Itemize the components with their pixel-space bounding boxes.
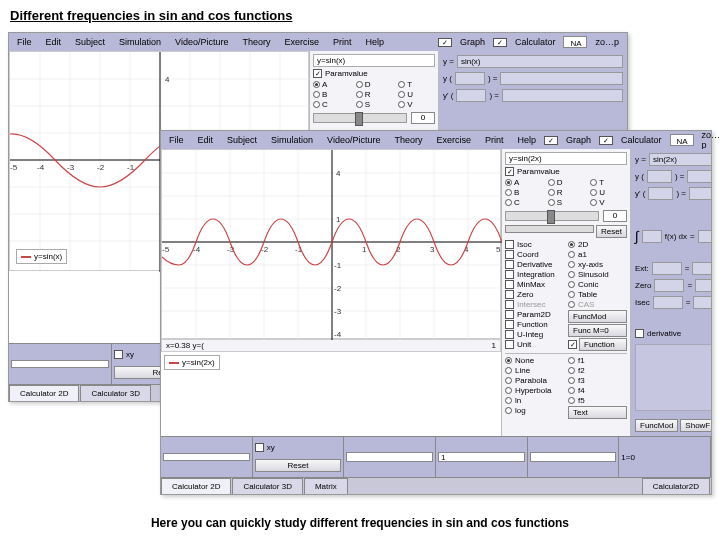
chk-func[interactable]	[505, 320, 514, 329]
rad-f5[interactable]	[568, 397, 575, 404]
reset-btn[interactable]: Reset	[596, 225, 627, 238]
field-a[interactable]	[346, 452, 433, 462]
rad-none[interactable]	[505, 357, 512, 364]
chk-deriv-n[interactable]	[635, 329, 644, 338]
menu-video[interactable]: Video/Picture	[321, 133, 386, 147]
y-at-input[interactable]	[647, 170, 672, 183]
na-field[interactable]: NA	[670, 134, 694, 146]
field-c[interactable]	[530, 452, 617, 462]
rad-f1[interactable]	[568, 357, 575, 364]
rad-line[interactable]	[505, 367, 512, 374]
rad-parab[interactable]	[505, 377, 512, 384]
menu-theory[interactable]: Theory	[388, 133, 428, 147]
menu-simulation[interactable]: Simulation	[113, 35, 167, 49]
zoom-label[interactable]: zo…p	[589, 35, 625, 49]
rad-a[interactable]	[505, 179, 512, 186]
menu-exercise[interactable]: Exercise	[430, 133, 477, 147]
chk-minmax[interactable]	[505, 280, 514, 289]
xy-check[interactable]	[114, 350, 123, 359]
rad-t[interactable]	[398, 81, 405, 88]
rad-u[interactable]	[398, 91, 405, 98]
slider-val[interactable]: 0	[411, 112, 435, 124]
chk-zero[interactable]	[505, 290, 514, 299]
field-b[interactable]: 1	[438, 452, 525, 462]
menu-edit[interactable]: Edit	[192, 133, 220, 147]
xy-check[interactable]	[255, 443, 264, 452]
chk-deriv[interactable]	[505, 260, 514, 269]
zero-in[interactable]	[654, 279, 684, 292]
rad-v[interactable]	[398, 101, 405, 108]
rad-d[interactable]	[548, 179, 555, 186]
yprime-input[interactable]	[648, 187, 673, 200]
rad-b[interactable]	[313, 91, 320, 98]
chk-unit[interactable]	[505, 340, 514, 349]
rad-d[interactable]	[356, 81, 363, 88]
menu-file[interactable]: File	[11, 35, 38, 49]
rad-hyper[interactable]	[505, 387, 512, 394]
graph-check[interactable]: ✓	[438, 38, 452, 47]
btn-function[interactable]: Function	[579, 338, 627, 351]
paramvalue-check[interactable]: ✓	[313, 69, 322, 78]
menu-print[interactable]: Print	[479, 133, 510, 147]
chk-isoc[interactable]	[505, 240, 514, 249]
slider-val[interactable]: 0	[603, 210, 627, 222]
tab-calc2d-r[interactable]: Calculator2D	[642, 478, 710, 494]
tab-calc2d[interactable]: Calculator 2D	[161, 478, 231, 494]
tab-calc3d[interactable]: Calculator 3D	[80, 385, 150, 401]
btn-showf[interactable]: ShowF	[680, 419, 711, 432]
tab-matrix[interactable]: Matrix	[304, 478, 348, 494]
scroll-l[interactable]	[505, 225, 594, 233]
menu-help[interactable]: Help	[360, 35, 391, 49]
rad-f3[interactable]	[568, 377, 575, 384]
menu-edit[interactable]: Edit	[40, 35, 68, 49]
chk-coord[interactable]	[505, 250, 514, 259]
rad-log[interactable]	[505, 407, 512, 414]
rad-u[interactable]	[590, 189, 597, 196]
menu-subject[interactable]: Subject	[69, 35, 111, 49]
chk-func2[interactable]: ✓	[568, 340, 577, 349]
rad-b[interactable]	[505, 189, 512, 196]
rad-f4[interactable]	[568, 387, 575, 394]
rad-a[interactable]	[313, 81, 320, 88]
rad-a1[interactable]	[568, 251, 575, 258]
y-at-input[interactable]	[455, 72, 485, 85]
int-lo[interactable]	[642, 230, 662, 243]
rad-t[interactable]	[590, 179, 597, 186]
btn-text[interactable]: Text	[568, 406, 627, 419]
menu-simulation[interactable]: Simulation	[265, 133, 319, 147]
tab-calc2d[interactable]: Calculator 2D	[9, 385, 79, 401]
menu-help[interactable]: Help	[512, 133, 543, 147]
graph-check[interactable]: ✓	[544, 136, 558, 145]
menu-print[interactable]: Print	[327, 35, 358, 49]
param-slider[interactable]	[505, 211, 599, 221]
calc-check[interactable]: ✓	[599, 136, 613, 145]
rad-ln[interactable]	[505, 397, 512, 404]
rad-sinus[interactable]	[568, 271, 575, 278]
btn-funcm0[interactable]: Func M=0	[568, 324, 627, 337]
ext-in[interactable]	[652, 262, 682, 275]
y-eq-input[interactable]: sin(x)	[457, 55, 623, 68]
reset-button[interactable]: Reset	[255, 459, 342, 472]
param-slider[interactable]	[313, 113, 407, 123]
menu-theory[interactable]: Theory	[236, 35, 276, 49]
menu-subject[interactable]: Subject	[221, 133, 263, 147]
yprime-input[interactable]	[456, 89, 486, 102]
rad-v[interactable]	[590, 199, 597, 206]
rad-c[interactable]	[313, 101, 320, 108]
menu-file[interactable]: File	[163, 133, 190, 147]
chk-integ[interactable]	[505, 270, 514, 279]
rad-2d[interactable]	[568, 241, 575, 248]
arrow-box[interactable]	[11, 360, 109, 368]
btn-funcmod[interactable]: FuncMod	[635, 419, 678, 432]
rad-s[interactable]	[548, 199, 555, 206]
calc-check[interactable]: ✓	[493, 38, 507, 47]
rad-r[interactable]	[548, 189, 555, 196]
arrow-box[interactable]	[163, 453, 250, 461]
isec-in[interactable]	[653, 296, 683, 309]
menu-video[interactable]: Video/Picture	[169, 35, 234, 49]
paramvalue-check[interactable]: ✓	[505, 167, 514, 176]
chk-param2d[interactable]	[505, 310, 514, 319]
rad-table[interactable]	[568, 291, 575, 298]
rad-f2[interactable]	[568, 367, 575, 374]
rad-r[interactable]	[356, 91, 363, 98]
